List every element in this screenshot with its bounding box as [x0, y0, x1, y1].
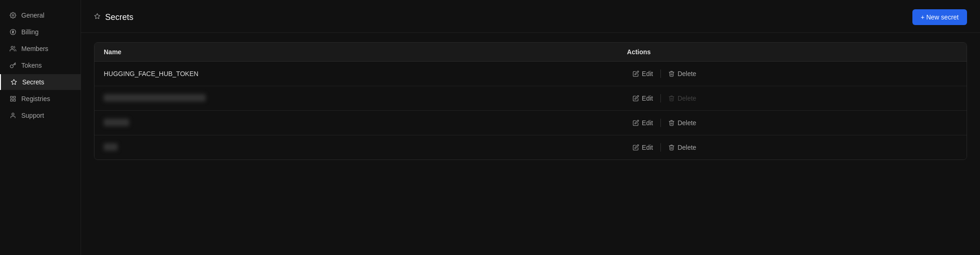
sidebar-item-label-registries: Registries — [21, 95, 50, 102]
sidebar-item-label-secrets: Secrets — [22, 78, 44, 86]
svg-point-8 — [12, 113, 14, 115]
action-divider — [660, 94, 661, 102]
column-header-actions: Actions — [618, 43, 967, 62]
secrets-table: Name Actions HUGGING_FACE_HUB_TOKEN Edit… — [94, 43, 967, 159]
sidebar-item-label-members: Members — [21, 45, 48, 52]
svg-marker-3 — [11, 79, 17, 84]
svg-rect-6 — [13, 99, 15, 101]
secret-name-cell — [94, 135, 618, 160]
table-header-row: Name Actions — [94, 43, 967, 62]
trash-icon — [668, 70, 675, 77]
edit-icon — [633, 120, 639, 126]
sidebar-item-label-support: Support — [21, 112, 44, 119]
action-divider — [660, 119, 661, 127]
edit-icon — [633, 70, 639, 77]
svg-point-0 — [12, 14, 14, 16]
edit-icon — [633, 95, 639, 102]
secret-name-cell — [94, 86, 618, 111]
delete-button[interactable]: Delete — [663, 68, 702, 79]
star-icon — [10, 78, 18, 86]
edit-button[interactable]: Edit — [627, 93, 659, 104]
actions-cell: Edit Delete — [618, 86, 967, 111]
table-row: HUGGING_FACE_HUB_TOKEN Edit Delete — [94, 62, 967, 86]
grid-icon — [9, 95, 17, 102]
secret-name-cell: HUGGING_FACE_HUB_TOKEN — [94, 62, 618, 86]
secret-name-blurred — [104, 94, 206, 102]
table-row: Edit Delete — [94, 111, 967, 135]
table-row: Edit Delete — [94, 86, 967, 111]
key-icon — [9, 62, 17, 69]
sidebar-item-registries[interactable]: Registries — [0, 91, 81, 107]
trash-icon — [668, 95, 675, 102]
delete-button[interactable]: Delete — [663, 117, 702, 128]
trash-icon — [668, 120, 675, 126]
edit-button[interactable]: Edit — [627, 142, 659, 153]
sidebar-item-members[interactable]: Members — [0, 41, 81, 57]
sidebar-item-label-general: General — [21, 12, 44, 19]
secrets-table-container: Name Actions HUGGING_FACE_HUB_TOKEN Edit… — [94, 42, 967, 160]
trash-icon — [668, 144, 675, 151]
action-divider — [660, 70, 661, 78]
svg-rect-7 — [11, 99, 13, 101]
secret-name-cell — [94, 111, 618, 135]
table-row: Edit Delete — [94, 135, 967, 160]
actions-cell: Edit Delete — [618, 62, 967, 86]
sidebar-item-label-tokens: Tokens — [21, 62, 42, 69]
page-title: Secrets — [94, 13, 133, 22]
svg-rect-4 — [11, 96, 13, 98]
column-header-name: Name — [94, 43, 618, 62]
delete-button[interactable]: Delete — [663, 142, 702, 153]
sidebar-item-general[interactable]: General — [0, 7, 81, 23]
action-divider — [660, 143, 661, 152]
edit-button[interactable]: Edit — [627, 68, 659, 79]
new-secret-button[interactable]: + New secret — [912, 9, 967, 25]
sidebar-item-secrets[interactable]: Secrets — [0, 74, 81, 90]
delete-button: Delete — [663, 93, 702, 104]
secrets-title-icon — [94, 13, 101, 21]
circle-dollar-icon — [9, 28, 17, 36]
secret-name-blurred — [104, 143, 118, 151]
user-icon — [9, 112, 17, 119]
sidebar-item-billing[interactable]: Billing — [0, 24, 81, 40]
secret-name-blurred — [104, 119, 129, 126]
main-content: Secrets + New secret Name Actions HUGGIN… — [81, 0, 980, 255]
edit-icon — [633, 144, 639, 151]
svg-marker-9 — [94, 13, 100, 19]
secret-name-text: HUGGING_FACE_HUB_TOKEN — [104, 70, 198, 77]
sidebar: General Billing Members Tokens Secrets R… — [0, 0, 81, 255]
gear-icon — [9, 12, 17, 19]
page-title-text: Secrets — [105, 13, 133, 22]
sidebar-item-support[interactable]: Support — [0, 108, 81, 123]
actions-cell: Edit Delete — [618, 135, 967, 160]
users-icon — [9, 45, 17, 52]
page-header: Secrets + New secret — [81, 0, 980, 33]
sidebar-item-label-billing: Billing — [21, 28, 38, 36]
sidebar-item-tokens[interactable]: Tokens — [0, 57, 81, 73]
svg-point-2 — [11, 46, 13, 49]
svg-rect-5 — [13, 96, 15, 98]
actions-cell: Edit Delete — [618, 111, 967, 135]
edit-button[interactable]: Edit — [627, 117, 659, 128]
